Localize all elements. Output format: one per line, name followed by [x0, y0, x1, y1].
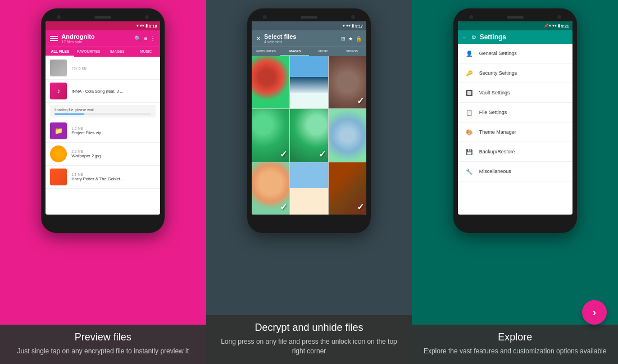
phone-screen-1: ▾ ▾▾ ▮ 9:18 Andrognito 17 file: [46, 21, 160, 215]
select-title-block: Select files 4 selected: [264, 33, 338, 44]
app-name: Andrognito: [61, 33, 131, 40]
phone-1: ▾ ▾▾ ▮ 9:18 Andrognito 17 file: [41, 8, 165, 233]
phone-screen-3: 📌 ▾ ▾▾ ▮ 9:21 ← ⚙ Settings: [458, 21, 572, 215]
grid-icon[interactable]: ⊞: [341, 36, 346, 42]
tab-favourites-1[interactable]: FAVOURITES: [74, 47, 103, 57]
grid-cell-4[interactable]: ✓: [252, 109, 289, 161]
signal-icon-3: ▾▾: [552, 24, 557, 28]
tab-favourites-2[interactable]: FAVOURITES: [252, 47, 280, 56]
toolbar-2: ✕ Select files 4 selected ⊞ ★ 🔒: [252, 30, 366, 47]
file-info-5: 1.1 MB Harry Potter & The Goblet...: [71, 172, 156, 181]
phone-frame-3: 📌 ▾ ▾▾ ▮ 9:21 ← ⚙ Settings: [453, 8, 577, 233]
general-settings-label: General Settings: [479, 51, 517, 56]
grid-cell-7[interactable]: ✓: [252, 162, 289, 215]
progress-bar: [54, 113, 151, 115]
status-bar-2: ▾ ▾▾ ▮ 9:17: [252, 21, 366, 30]
fab-next-button[interactable]: ›: [582, 300, 607, 325]
file-info-4: 2.2 MB Wallpaper 2.jpg: [71, 149, 156, 158]
grid-cell-1[interactable]: [252, 56, 289, 108]
tab-videos[interactable]: VIDEOS: [338, 47, 366, 56]
security-icon: 🔑: [465, 69, 474, 78]
main-container: ▾ ▾▾ ▮ 9:18 Andrognito 17 file: [0, 0, 618, 364]
settings-title: Settings: [480, 33, 568, 41]
panel-2-desc: Decrypt and unhide files Long press on a…: [206, 315, 412, 364]
toolbar-icons-2: ⊞ ★ 🔒: [341, 36, 362, 42]
front-camera-2: [263, 15, 267, 19]
grid-cell-8[interactable]: [290, 162, 328, 215]
tab-music-1[interactable]: MUSIC: [131, 47, 160, 57]
grid-cell-2[interactable]: [290, 56, 328, 108]
search-icon[interactable]: 🔍: [134, 35, 141, 42]
panel-3-title: Explore: [420, 331, 610, 343]
phone-top-2: [252, 15, 366, 19]
menu-item-security[interactable]: 🔑 Security Settings: [458, 63, 572, 83]
star-icon[interactable]: ★: [348, 36, 353, 42]
menu-item-file[interactable]: 📋 File Settings: [458, 103, 572, 122]
status-icons-1: ▾ ▾▾ ▮ 9:18: [137, 24, 157, 28]
status-bar-1: ▾ ▾▾ ▮ 9:18: [46, 21, 160, 30]
panel-1-desc: Preview files Just single tap on any enc…: [0, 325, 206, 364]
phone-screen-2: ▾ ▾▾ ▮ 9:17 ✕ Select files 4 selected: [252, 21, 366, 215]
grid-cell-5[interactable]: ✓: [290, 109, 328, 161]
pin-icon: 📌: [544, 24, 549, 28]
speaker-1: [94, 16, 111, 19]
status-icons-2: ▾ ▾▾ ▮ 9:17: [343, 24, 363, 28]
menu-item-general[interactable]: 👤 General Settings: [458, 44, 572, 63]
wifi-icon-2: ▾: [343, 24, 345, 28]
settings-gear-icon: ⚙: [471, 34, 476, 40]
vault-settings-label: Vault Settings: [479, 90, 510, 95]
grid-cell-3[interactable]: ✓: [329, 56, 366, 108]
check-icon-3: ✓: [319, 149, 326, 160]
image-grid: ✓ ✓ ✓: [252, 56, 366, 215]
lock-icon[interactable]: 🔒: [356, 36, 362, 42]
check-icon-1: ✓: [357, 95, 364, 106]
close-button[interactable]: ✕: [256, 36, 261, 42]
list-item[interactable]: ♪ INNA - Cola Song (feat. J ...: [46, 80, 160, 103]
menu-item-backup[interactable]: 💾 Backup/Restore: [458, 142, 572, 162]
loading-text: Loading file, please wait...: [54, 108, 151, 112]
grid-cell-6[interactable]: [329, 109, 366, 161]
toolbar-1: Andrognito 17 files safe 🔍 ≡ ⋮: [46, 30, 160, 47]
list-item[interactable]: 📁 1.6 MB Project Files.zip: [46, 120, 160, 143]
list-item[interactable]: 1.1 MB Harry Potter & The Goblet...: [46, 166, 160, 189]
back-button[interactable]: ←: [462, 34, 468, 40]
toolbar-3: ← ⚙ Settings: [458, 30, 572, 44]
check-icon-2: ✓: [280, 149, 287, 160]
file-settings-label: File Settings: [479, 110, 507, 115]
file-name-2: INNA - Cola Song (feat. J ...: [71, 89, 156, 94]
filter-icon[interactable]: ≡: [144, 35, 147, 42]
backup-restore-label: Backup/Restore: [479, 149, 515, 154]
time-1: 9:18: [149, 24, 157, 28]
file-info-3: 1.6 MB Project Files.zip: [71, 126, 156, 135]
toolbar-icons-1: 🔍 ≡ ⋮: [134, 35, 156, 42]
file-list: 757.6 KB ♪ INNA - Cola Song (feat. J ...: [46, 57, 160, 215]
menu-item-misc[interactable]: 🔧 Miscellaneous: [458, 162, 572, 181]
tab-music-2[interactable]: MUSIC: [309, 47, 338, 56]
loading-bar: Loading file, please wait...: [50, 105, 156, 117]
menu-item-vault[interactable]: 🔲 Vault Settings: [458, 83, 572, 103]
wifi-icon-1: ▾: [137, 24, 139, 28]
grid-cell-9[interactable]: ✓: [329, 162, 366, 215]
tab-images-1[interactable]: IMAGES: [103, 47, 131, 57]
panel-1-subtitle: Just single tap on any encrypted file to…: [8, 347, 198, 356]
file-size-1: 757.6 KB: [71, 66, 156, 70]
tab-all-files[interactable]: ALL FILES: [46, 47, 74, 57]
tab-images-2[interactable]: IMAGES: [280, 47, 309, 56]
more-icon[interactable]: ⋮: [150, 35, 156, 42]
app-subtitle: 17 files safe: [61, 40, 131, 44]
panel-3-subtitle: Explore the vast features and customizat…: [420, 347, 610, 356]
hamburger-menu-icon[interactable]: [50, 36, 58, 41]
menu-item-theme[interactable]: 🎨 Theme Manager: [458, 122, 572, 142]
battery-icon-2: ▮: [352, 24, 354, 28]
file-size-5: 1.1 MB: [71, 172, 156, 176]
list-item[interactable]: 757.6 KB: [46, 57, 160, 80]
list-item[interactable]: 2.2 MB Wallpaper 2.jpg: [46, 143, 160, 166]
sensor-1: [145, 15, 149, 19]
front-camera-1: [57, 15, 61, 19]
phone-2: ▾ ▾▾ ▮ 9:17 ✕ Select files 4 selected: [247, 8, 371, 233]
sensor-3: [557, 15, 561, 19]
security-settings-label: Security Settings: [479, 70, 517, 76]
file-size-3: 1.6 MB: [71, 126, 156, 130]
progress-fill: [54, 113, 84, 115]
file-tabs: ALL FILES FAVOURITES IMAGES MUSIC: [46, 47, 160, 57]
